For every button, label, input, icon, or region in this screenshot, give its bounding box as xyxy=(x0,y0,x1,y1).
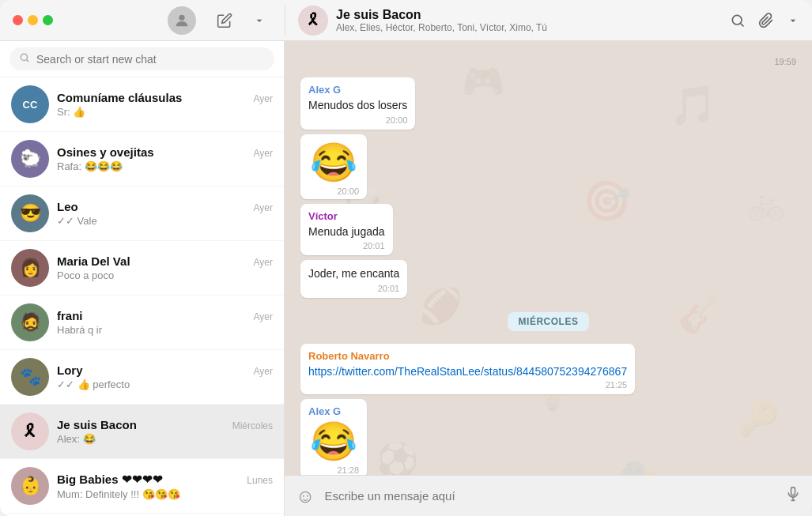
list-item[interactable]: 😎 Leo Ayer ✓✓ Vale xyxy=(0,186,284,241)
message-bubble: Alex G 😂 21:28 xyxy=(300,399,367,475)
search-bar xyxy=(0,41,284,77)
input-bar: ☺ xyxy=(285,475,812,516)
chat-info: Comuníame cláusulas Ayer Sr: 👍 xyxy=(57,91,273,118)
message-emoji: 😂 xyxy=(308,420,359,464)
chat-preview: ✓✓ 👍 perfecto xyxy=(57,379,273,390)
avatar: 🐑 xyxy=(11,140,49,178)
chat-area: 📷 🎮 🎵 🚲 🎲 🎯 🏈 🎸 🌍 💡 🔑 ⚽ 🎭 xyxy=(285,41,812,516)
search-input[interactable] xyxy=(36,53,265,66)
chat-preview: Sr: 👍 xyxy=(57,106,273,118)
chat-time: Ayer xyxy=(254,202,273,213)
messages-area: 19:59 Alex G Menudos dos losers 20:00 😂 … xyxy=(285,41,812,475)
chat-preview: Mum: Definitely !!! 😘😘😘 xyxy=(57,488,273,500)
chat-name: Je suis Bacon xyxy=(57,418,137,431)
chat-header-actions xyxy=(730,13,799,28)
list-item[interactable]: 🎗 Je suis Bacon Miércoles Alex: 😂 xyxy=(0,405,284,459)
message-bubble: Joder, me encanta 20:01 xyxy=(300,260,407,298)
message-sender: Roberto Navarro xyxy=(308,350,627,362)
search-chat-button[interactable] xyxy=(730,13,746,28)
chat-info: Leo Ayer ✓✓ Vale xyxy=(57,200,273,227)
list-item[interactable]: CC Comuníame cláusulas Ayer Sr: 👍 xyxy=(0,77,284,132)
chat-name: Maria Del Val xyxy=(57,254,130,268)
chat-header: 🎗 Je suis Bacon Alex, Elies, Héctor, Rob… xyxy=(285,6,812,36)
chat-info: Je suis Bacon Miércoles Alex: 😂 xyxy=(57,418,273,445)
list-item[interactable]: 🐾 Lory Ayer ✓✓ 👍 perfecto xyxy=(0,350,284,405)
titlebar-profile-area xyxy=(168,6,196,35)
avatar: 😎 xyxy=(11,194,49,232)
svg-line-4 xyxy=(27,60,29,62)
profile-avatar[interactable] xyxy=(168,6,196,35)
close-button[interactable] xyxy=(13,15,23,25)
menu-dropdown-button[interactable] xyxy=(247,8,272,33)
chat-title-members: Alex, Elies, Héctor, Roberto, Toni, Víct… xyxy=(336,22,716,33)
message-bubble: Roberto Navarro https://twitter.com/TheR… xyxy=(300,344,635,394)
chat-name: Leo xyxy=(57,200,78,213)
chat-preview: Alex: 😂 xyxy=(57,433,273,445)
list-item[interactable]: 🐑 Osines y ovejitas Ayer Rafa: 😂😂😂 xyxy=(0,132,284,186)
message-time: 20:00 xyxy=(386,115,408,125)
chat-name: Osines y ovejitas xyxy=(57,145,154,159)
message-bubble: Alex G Menudos dos losers 20:00 xyxy=(300,77,415,130)
message-emoji: 😂 xyxy=(308,141,359,185)
chat-preview: Poco a poco xyxy=(57,269,273,281)
message-timestamp: 19:59 xyxy=(300,51,796,74)
message-sender: Alex G xyxy=(308,84,407,96)
message-link[interactable]: https://twitter.com/TheRealStanLee/statu… xyxy=(308,365,627,378)
emoji-picker-button[interactable]: ☺ xyxy=(296,485,315,507)
message-time: 21:25 xyxy=(606,380,628,390)
chat-info: Lory Ayer ✓✓ 👍 perfecto xyxy=(57,363,273,390)
svg-rect-18 xyxy=(791,487,795,495)
message-text: Menudos dos losers xyxy=(308,98,407,114)
chat-info: frani Ayer Habrá q ir xyxy=(57,309,273,336)
message-time: 20:00 xyxy=(337,186,359,196)
avatar: 🎗 xyxy=(11,412,49,450)
time-value: 19:59 xyxy=(774,57,796,66)
attach-button[interactable] xyxy=(758,13,774,28)
message-bubble: Víctor Menuda jugada 20:01 xyxy=(300,204,393,256)
message-time: 20:01 xyxy=(378,284,400,293)
message-input[interactable] xyxy=(325,489,776,503)
chat-time: Ayer xyxy=(254,311,273,322)
new-chat-button[interactable] xyxy=(212,8,237,33)
svg-point-3 xyxy=(21,54,27,60)
chat-preview: Rafa: 😂😂😂 xyxy=(57,160,273,172)
avatar: 👩 xyxy=(11,249,49,287)
chat-menu-button[interactable] xyxy=(787,14,799,27)
minimize-button[interactable] xyxy=(28,15,38,25)
chat-title-name: Je suis Bacon xyxy=(336,8,730,22)
svg-line-2 xyxy=(741,23,744,26)
avatar: 👶 xyxy=(11,467,49,505)
search-input-wrap xyxy=(9,47,274,70)
message-time: 20:01 xyxy=(363,241,385,250)
chat-name: Lory xyxy=(57,363,83,377)
day-divider-label: MIÉRCOLES xyxy=(508,312,590,331)
chat-preview: Habrá q ir xyxy=(57,324,273,336)
avatar: 🐾 xyxy=(11,358,49,396)
message-bubble: 😂 20:00 xyxy=(300,134,367,199)
titlebar-left xyxy=(0,6,285,35)
message-sender: Alex G xyxy=(308,405,359,417)
svg-point-1 xyxy=(732,15,742,24)
chat-info: Maria Del Val Ayer Poco a poco xyxy=(57,254,273,281)
chat-preview: ✓✓ Vale xyxy=(57,215,273,227)
group-avatar: 🎗 xyxy=(298,6,328,36)
chat-time: Ayer xyxy=(254,93,273,104)
avatar: 🧔 xyxy=(11,303,49,341)
chat-list: CC Comuníame cláusulas Ayer Sr: 👍 🐑 xyxy=(0,77,284,516)
chat-info: Osines y ovejitas Ayer Rafa: 😂😂😂 xyxy=(57,145,273,172)
sidebar: CC Comuníame cláusulas Ayer Sr: 👍 🐑 xyxy=(0,41,285,516)
chat-time: Ayer xyxy=(254,148,273,159)
list-item[interactable]: 👶 Big Babies ❤❤❤❤ Lunes Mum: Definitely … xyxy=(0,459,284,514)
message-text: Joder, me encanta xyxy=(308,266,399,282)
list-item[interactable]: 👩 Maria Del Val Ayer Poco a poco xyxy=(0,241,284,296)
day-divider: MIÉRCOLES xyxy=(300,312,796,331)
chat-time: Ayer xyxy=(254,366,273,377)
titlebar: 🎗 Je suis Bacon Alex, Elies, Héctor, Rob… xyxy=(0,0,812,41)
message-text: Menuda jugada xyxy=(308,224,385,240)
chat-info: Big Babies ❤❤❤❤ Lunes Mum: Definitely !!… xyxy=(57,473,273,500)
list-item[interactable]: 🧔 frani Ayer Habrá q ir xyxy=(0,296,284,350)
microphone-button[interactable] xyxy=(785,486,801,507)
maximize-button[interactable] xyxy=(43,15,53,25)
titlebar-actions xyxy=(212,8,272,33)
chat-name: Big Babies ❤❤❤❤ xyxy=(57,473,163,487)
